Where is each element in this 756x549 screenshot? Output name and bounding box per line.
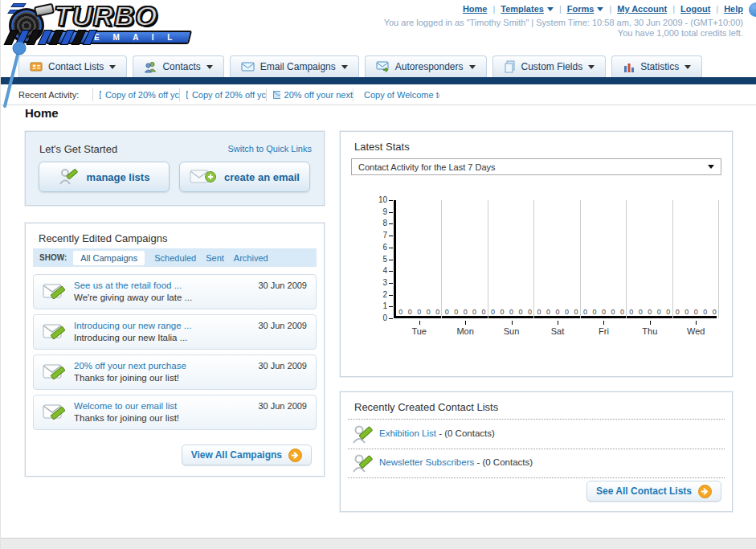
data-value-label: 0 [683,308,691,316]
switch-to-quick-links[interactable]: Switch to Quick Links [227,144,312,154]
tab-statistics[interactable]: Statistics [611,55,702,77]
view-all-campaigns-button[interactable]: View All Campaigns [182,445,312,465]
chevron-down-icon [597,7,603,11]
x-axis-tick-label: Wed [680,326,712,336]
app-window: TURBO E M A I L Home | Templates | Forms… [0,0,756,549]
y-axis-tick-label: 9 [370,207,387,216]
data-value-label: 0 [489,308,497,316]
data-value-label: 0 [554,308,562,316]
campaign-row[interactable]: Introducing our new range ... Introducin… [33,314,317,350]
envelope-icon [100,91,101,99]
data-value-label: 0 [545,308,553,316]
tab-custom-fields[interactable]: Custom Fields [492,55,607,77]
gridline [672,200,673,318]
top-link-help[interactable]: Help [724,4,743,14]
manage-lists-label: manage lists [87,171,150,183]
campaign-date: 30 Jun 2009 [258,361,307,371]
contact-list-link[interactable]: Exhibition List [379,428,436,438]
data-value-label: 0 [415,308,423,316]
manage-lists-button[interactable]: manage lists [39,162,170,192]
campaign-title-link[interactable]: 20% off your next purchase [74,361,186,371]
chevron-down-icon [206,65,213,69]
contact-list-link[interactable]: Newsletter Subscribers [379,457,474,467]
see-all-contact-lists-button[interactable]: See All Contact Lists [586,481,721,502]
campaign-row[interactable]: See us at the retail food ... We're givi… [33,274,317,309]
y-axis-tick [389,318,393,319]
navy-divider-bar [1,77,756,84]
top-link-my-account[interactable]: My Account [617,4,667,14]
data-value-label: 0 [581,308,589,316]
chevron-down-icon [588,65,595,69]
tab-contacts[interactable]: Contacts [133,55,223,77]
tab-label: Contact Lists [48,61,104,72]
filter-sent[interactable]: Sent [206,253,224,263]
y-axis-tick [389,295,393,296]
campaign-row[interactable]: Welcome to our email list Thanks for joi… [33,395,317,430]
campaign-title-link[interactable]: Introducing our new range ... [74,321,191,330]
tab-label: Statistics [640,61,679,72]
top-link-home[interactable]: Home [463,4,488,14]
x-axis-tick-label: Sat [541,326,574,336]
y-axis-tick-label: 0 [370,313,387,322]
person-pencil-icon [59,167,80,186]
link-separator: | [716,4,718,14]
campaign-title-link[interactable]: Welcome to our email list [74,401,177,411]
tab-contact-lists[interactable]: Contact Lists [18,55,127,77]
data-value-label: 0 [710,308,718,316]
filter-scheduled[interactable]: Scheduled [154,253,196,263]
create-email-button[interactable]: create an email [179,162,310,192]
contact-list-row[interactable]: Newsletter Subscribers - (0 Contacts) [348,450,725,478]
view-all-campaigns-label: View All Campaigns [191,449,282,461]
contact-list-row[interactable]: Exhibition List - (0 Contacts) [348,421,725,449]
campaigns-title: Recently Edited Campaigns [39,232,167,244]
envelope-plus-icon [190,168,217,186]
logo-text-email: E M A I L [94,33,178,42]
arrow-circle-icon [698,485,712,498]
filter-archived[interactable]: Archived [234,253,268,263]
tab-email-campaigns[interactable]: Email Campaigns [230,55,359,77]
top-link-forms[interactable]: Forms [567,4,604,14]
turbo-email-logo: TURBO E M A I L [7,3,200,48]
tab-label: Custom Fields [521,61,583,72]
tab-autoresponders[interactable]: Autoresponders [365,55,487,77]
gridline [488,200,488,318]
recent-activity-item[interactable]: Copy of 20% off yc [92,88,179,101]
chevron-down-icon [341,65,348,69]
help-bubble-icon[interactable] [749,2,756,17]
y-axis-tick [389,306,393,307]
x-axis-tick [512,321,513,325]
arrow-circle-icon [288,449,302,462]
x-axis-tick-label: Tue [403,326,435,336]
campaign-row[interactable]: 20% off your next purchase Thanks for jo… [33,354,317,390]
top-link-templates[interactable]: Templates [501,4,554,14]
filter-all-campaigns[interactable]: All Campaigns [73,251,145,265]
main-nav-tabs: Contact Lists Contacts Email Campaigns [18,55,702,77]
data-value-label: 0 [434,308,442,316]
top-link-logout[interactable]: Logout [680,4,710,14]
campaign-title-link[interactable]: See us at the retail food ... [74,281,182,290]
see-all-contact-lists-label: See All Contact Lists [596,485,692,497]
data-value-label: 0 [406,308,414,316]
recent-activity-item[interactable]: 20% off your next [266,88,353,101]
y-axis-tick [389,236,393,236]
data-value-label: 0 [461,308,469,316]
y-axis-tick-label: 3 [370,278,387,287]
campaign-subtitle: Thanks for joining our list! [74,373,179,383]
data-value-label: 0 [655,308,663,316]
stats-period-dropdown[interactable]: Contact Activity for the Last 7 Days [351,158,721,175]
recent-activity-item[interactable]: Copy of Welcome tc [353,88,439,101]
gridline [580,200,581,318]
latest-stats-title: Latest Stats [354,141,410,153]
link-separator: | [672,4,675,14]
contact-list-count: - (0 Contacts) [436,428,495,438]
chevron-down-icon [109,65,116,69]
data-value-label: 0 [609,308,617,316]
campaigns-panel: Recently Edited Campaigns SHOW: All Camp… [25,223,325,477]
person-pencil-icon [352,453,374,475]
data-value-label: 0 [452,308,460,316]
recent-activity-item[interactable]: Copy of 20% off yc [179,88,266,101]
top-nav-links: Home | Templates | Forms | My Account | … [463,4,743,14]
data-value-label: 0 [692,308,700,316]
login-status-text: You are logged in as "Timothy Smith" | S… [384,18,743,27]
y-axis-tick-label: 8 [370,219,387,227]
